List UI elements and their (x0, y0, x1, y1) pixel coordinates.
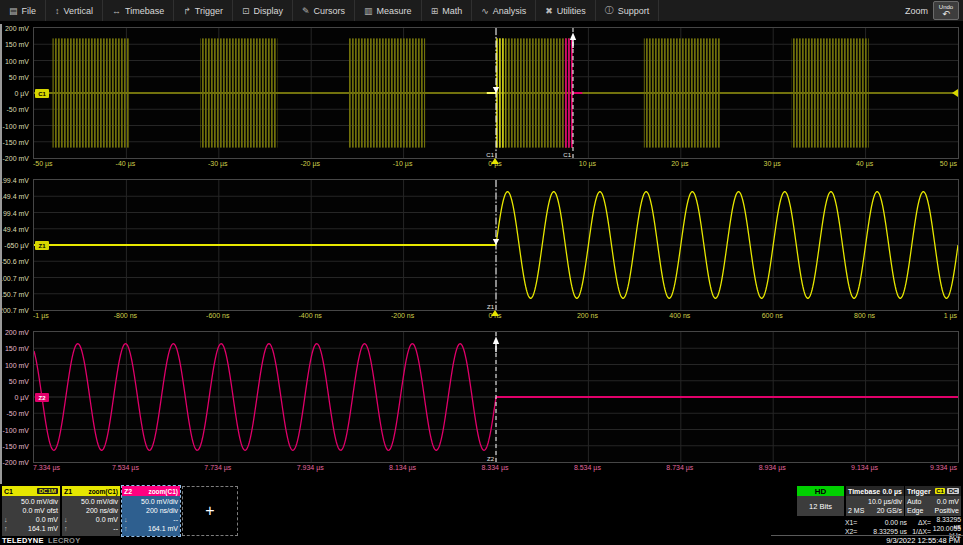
burst-block (644, 38, 721, 147)
y-tick-label: 149.4 mV (0, 193, 29, 200)
y-tick-label: -100 mV (3, 426, 29, 433)
add-trace-button[interactable]: + (182, 486, 238, 536)
x-tick-label: -1 µs (33, 312, 49, 319)
cursor-label: C1 (486, 152, 494, 158)
menu-item-analysis[interactable]: ∿Analysis (472, 0, 536, 21)
menu-item-label: Timebase (125, 6, 164, 16)
trace-badge-z1[interactable]: Z1 (35, 241, 49, 250)
hd-mode-box[interactable]: HD 12 Bits (797, 486, 844, 516)
menu-item-label: Analysis (493, 6, 527, 16)
trigger-time-marker[interactable] (491, 158, 499, 164)
analysis-icon: ∿ (481, 6, 489, 16)
channel-box-z2[interactable]: Z2zoom(C1)50.0 mV/div200 ns/div↓--↑164.1… (122, 486, 180, 536)
y-axis-c1: 200 mV150 mV100 mV50 mV0 µV-50 mV-100 mV… (0, 27, 31, 157)
trigger-slope: Positive (934, 507, 959, 514)
waveform-svg-z1: Z1 (34, 180, 958, 310)
menu-item-label: Support (618, 6, 650, 16)
y-tick-label: -150 mV (3, 442, 29, 449)
x-axis-z1: -1 µs-800 ns-600 ns-400 ns-200 ns0 ns200… (33, 311, 959, 323)
y-tick-label: -50 mV (6, 106, 29, 113)
x1-value: 0.00 ns (865, 519, 907, 526)
undo-button[interactable]: Undo↶ (933, 1, 959, 20)
menu-bar: ▤File↕Vertical↔Timebase↱Trigger⊡Display✎… (0, 0, 963, 22)
timebase-rate: 20 GS/s (877, 507, 902, 514)
x-tick-label: -40 µs (116, 160, 136, 167)
x-tick-label: -50 µs (33, 160, 53, 167)
y-tick-label: -100 mV (3, 122, 29, 129)
menu-item-label: Cursors (314, 6, 346, 16)
timebase-box[interactable]: Timebase 0.0 µs 10.0 µs/div 2 MS 20 GS/s (846, 486, 904, 516)
y-tick-label: 200 mV (5, 25, 29, 32)
x-tick-label: 8.534 µs (574, 464, 601, 471)
channel-zoom-source: zoom(C1) (148, 488, 178, 495)
channel-min-row: ↓0.0 mV (4, 515, 58, 524)
channel-min-row: ↓0.0 mV (64, 515, 118, 524)
x-tick-label: -400 ns (299, 312, 322, 319)
y-tick-label: 100 mV (5, 361, 29, 368)
channel-min-row: ↓-- (124, 515, 178, 524)
timebase-per-div: 10.0 µs/div (868, 498, 902, 505)
channel-box-z1[interactable]: Z1zoom(C1)50.0 mV/div200 ns/div↓0.0 mV↑-… (62, 486, 120, 536)
min-value: 0.0 mV (96, 516, 118, 523)
y-tick-label: -50.6 mV (1, 258, 29, 265)
menu-item-math[interactable]: ⊞Math (422, 0, 473, 21)
plot-area-c1[interactable]: C1C1C1 (33, 27, 959, 159)
menu-item-measure[interactable]: ▥Measure (355, 0, 422, 21)
waveform-svg-c1: C1C1 (34, 28, 958, 158)
y-tick-label: -200 mV (3, 459, 29, 466)
max-value: 164.1 mV (28, 525, 58, 532)
up-arrow-icon: ↑ (124, 525, 128, 532)
display-icon: ⊡ (242, 6, 250, 16)
x-tick-label: -600 ns (206, 312, 229, 319)
y-axis-z1: 199.4 mV149.4 mV99.4 mV49.4 mV-650 µV-50… (0, 179, 31, 309)
channel-header: C1DC1M (2, 486, 60, 496)
offset-or-timebase: 200 ns/div (146, 507, 178, 514)
y-tick-label: 200 mV (5, 329, 29, 336)
y-tick-label: 199.4 mV (0, 177, 29, 184)
x-tick-label: 10 µs (579, 160, 596, 167)
menu-item-trigger[interactable]: ↱Trigger (174, 0, 233, 21)
trigger-time-marker[interactable] (491, 310, 499, 316)
x-tick-label: 7.734 µs (204, 464, 231, 471)
plot-area-z1[interactable]: Z1Z1 (33, 179, 959, 311)
y-tick-label: 100 mV (5, 57, 29, 64)
menu-item-support[interactable]: ⓘSupport (596, 0, 660, 21)
menu-item-display[interactable]: ⊡Display (233, 0, 293, 21)
support-icon: ⓘ (605, 4, 614, 17)
cursors-icon: ✎ (302, 6, 310, 16)
trigger-level-marker[interactable] (952, 89, 958, 97)
channel-body: 50.0 mV/div0.0 mV ofst↓0.0 mV↑164.1 mV (2, 496, 60, 536)
waveform-svg-z2: Z2 (34, 332, 958, 462)
y-tick-label: 0 µV (14, 394, 29, 401)
x1-label: X1= (845, 519, 865, 526)
x-tick-label: -30 µs (208, 160, 228, 167)
max-value: 164.1 mV (148, 525, 178, 532)
menu-item-cursors[interactable]: ✎Cursors (293, 0, 355, 21)
channel-box-c1[interactable]: C1DC1M50.0 mV/div0.0 mV ofst↓0.0 mV↑164.… (2, 486, 60, 536)
channel-max-row: ↑164.1 mV (4, 524, 58, 533)
x-tick-label: 9.334 µs (930, 464, 957, 471)
trace-badge-c1[interactable]: C1 (35, 89, 49, 98)
plot-area-z2[interactable]: Z2Z2 (33, 331, 959, 463)
x-tick-label: 7.334 µs (33, 464, 60, 471)
y-tick-label: 150 mV (5, 41, 29, 48)
file-icon: ▤ (9, 6, 18, 16)
menu-item-file[interactable]: ▤File (0, 0, 46, 21)
menu-item-vertical[interactable]: ↕Vertical (46, 0, 103, 21)
measure-icon: ▥ (364, 6, 373, 16)
x-axis-c1: -50 µs-40 µs-30 µs-20 µs-10 µs0 µs10 µs2… (33, 159, 959, 171)
channel-id: C1 (4, 488, 13, 495)
x-tick-label: 30 µs (764, 160, 781, 167)
y-tick-label: -150.7 mV (0, 290, 29, 297)
brand-logo: TELEDYNE LECROY (2, 536, 80, 545)
channel-offset-row: 0.0 mV ofst (4, 506, 58, 515)
x-tick-label: 7.934 µs (297, 464, 324, 471)
burst-block (200, 38, 277, 147)
brand-secondary: LECROY (48, 536, 80, 545)
channel-offset-row: 200 ns/div (64, 506, 118, 515)
menu-item-utilities[interactable]: ✖Utilities (536, 0, 596, 21)
trigger-box[interactable]: Trigger C1 DC Auto 0.0 mV Edge Positive (905, 486, 961, 516)
channel-max-row: ↑164.1 mV (124, 524, 178, 533)
trace-badge-z2[interactable]: Z2 (35, 393, 49, 402)
menu-item-timebase[interactable]: ↔Timebase (103, 0, 174, 21)
